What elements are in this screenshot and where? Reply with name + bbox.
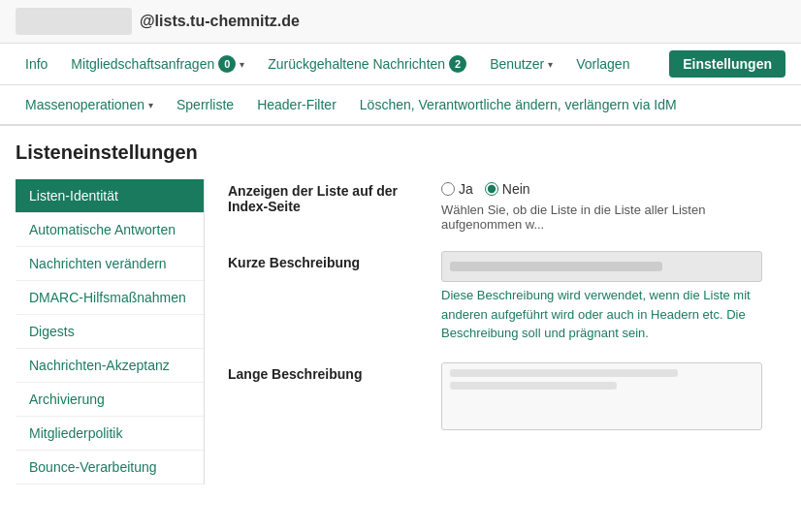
radio-nein[interactable] — [485, 182, 498, 196]
kurze-beschreibung-input[interactable] — [441, 251, 762, 282]
badge-mitgliedschaft: 0 — [218, 55, 236, 73]
header-domain: @lists.tu-chemnitz.de — [140, 13, 300, 30]
einstellungen-button[interactable]: Einstellungen — [669, 50, 785, 78]
sidebar-item-dmarc-hilfsmassnahmen[interactable]: DMARC-Hilfsmaßnahmen — [16, 281, 204, 315]
sidebar-item-digests[interactable]: Digests — [16, 315, 204, 349]
dropdown-arrow-massenoperationen: ▾ — [148, 100, 153, 110]
badge-zurueckgehaltene: 2 — [449, 55, 466, 73]
content-area: Anzeigen der Liste auf der Index-Seite J… — [205, 179, 785, 485]
blurred-bar-lg-1 — [450, 369, 678, 377]
page-container: Listeneinstellungen Listen-Identität Aut… — [0, 126, 801, 500]
radio-ja-label[interactable]: Ja — [441, 181, 473, 197]
sidebar-item-bounce-verarbeitung[interactable]: Bounce-Verarbeitung — [16, 451, 204, 485]
label-lange-beschreibung: Lange Beschreibung — [228, 362, 441, 382]
nav-item-info[interactable]: Info — [16, 50, 57, 78]
sidebar-item-listen-identitaet[interactable]: Listen-Identität — [16, 179, 204, 213]
field-lange-beschreibung — [441, 362, 762, 430]
form-row-kurze-beschreibung: Kurze Beschreibung Diese Beschreibung wi… — [228, 251, 762, 343]
sidebar-item-archivierung[interactable]: Archivierung — [16, 383, 204, 417]
nav2-massenoperationen[interactable]: Massenoperationen ▾ — [16, 91, 163, 118]
page-title: Listeneinstellungen — [16, 141, 785, 164]
field-index-visibility: Ja Nein Wählen Sie, ob die Liste in die … — [441, 179, 762, 232]
sidebar: Listen-Identität Automatische Antworten … — [16, 179, 205, 485]
hint-index-visibility: Wählen Sie, ob die Liste in die Liste al… — [441, 203, 762, 232]
sidebar-item-automatische-antworten[interactable]: Automatische Antworten — [16, 213, 204, 247]
radio-nein-text: Nein — [502, 181, 530, 197]
nav-bar-secondary: Massenoperationen ▾ Sperrliste Header-Fi… — [0, 85, 801, 126]
nav-item-benutzer[interactable]: Benutzer ▾ — [480, 50, 562, 78]
nav2-header-filter[interactable]: Header-Filter — [247, 91, 346, 118]
dropdown-arrow-benutzer: ▾ — [548, 59, 553, 70]
nav-item-mitgliedschaftsanfragen[interactable]: Mitgliedschaftsanfragen 0 ▾ — [61, 49, 254, 78]
blurred-bar-lg-2 — [450, 382, 617, 390]
radio-ja[interactable] — [441, 182, 455, 196]
sidebar-item-nachrichten-akzeptanz[interactable]: Nachrichten-Akzeptanz — [16, 349, 204, 383]
lange-beschreibung-input[interactable] — [441, 362, 762, 430]
header: @lists.tu-chemnitz.de — [0, 0, 801, 44]
label-kurze-beschreibung: Kurze Beschreibung — [228, 251, 441, 270]
field-kurze-beschreibung: Diese Beschreibung wird verwendet, wenn … — [441, 251, 762, 343]
nav-item-zurueckgehaltene[interactable]: Zurückgehaltene Nachrichten 2 — [258, 49, 476, 78]
nav-item-vorlagen[interactable]: Vorlagen — [566, 50, 639, 78]
radio-nein-label[interactable]: Nein — [485, 181, 530, 197]
nav2-sperrliste[interactable]: Sperrliste — [167, 91, 243, 118]
blurred-bar-kurze — [450, 262, 662, 271]
nav-bar-primary: Info Mitgliedschaftsanfragen 0 ▾ Zurückg… — [0, 44, 801, 85]
logo-placeholder — [16, 8, 132, 35]
sidebar-item-nachrichten-veraendern[interactable]: Nachrichten verändern — [16, 247, 204, 281]
label-index-visibility: Anzeigen der Liste auf der Index-Seite — [228, 179, 441, 214]
dropdown-arrow-mitgliedschaft: ▾ — [240, 59, 244, 70]
form-row-lange-beschreibung: Lange Beschreibung — [228, 362, 762, 430]
radio-ja-text: Ja — [459, 181, 473, 197]
nav2-loeschen[interactable]: Löschen, Verantwortliche ändern, verläng… — [350, 91, 687, 118]
main-layout: Listen-Identität Automatische Antworten … — [16, 179, 785, 485]
form-row-index-visibility: Anzeigen der Liste auf der Index-Seite J… — [228, 179, 762, 232]
sidebar-item-mitgliederpolitik[interactable]: Mitgliederpolitik — [16, 417, 204, 451]
radio-group-visibility: Ja Nein — [441, 179, 762, 197]
hint-kurze-beschreibung: Diese Beschreibung wird verwendet, wenn … — [441, 286, 762, 343]
